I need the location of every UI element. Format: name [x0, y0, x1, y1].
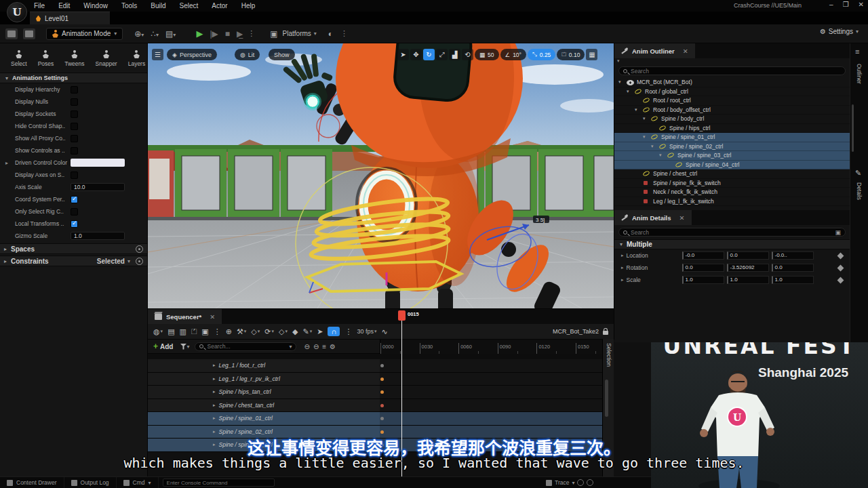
panel-list-icon[interactable]: ≡ [855, 47, 859, 56]
snap-magnet-toggle[interactable]: ∩ [328, 327, 340, 336]
menu-item[interactable]: Help [241, 2, 256, 9]
setting-checkbox[interactable]: ✓ [71, 86, 78, 94]
menu-item[interactable]: Select [180, 2, 199, 9]
expand-arrow-icon[interactable]: ▸ [621, 277, 624, 283]
details-search-input[interactable] [631, 229, 831, 236]
setting-checkbox[interactable]: ✓ [71, 171, 78, 179]
snap-kebab-icon[interactable]: ⋮ [344, 327, 352, 336]
unreal-logo-icon[interactable]: U [7, 2, 27, 22]
frame-skip-button[interactable]: |▶ [208, 29, 220, 39]
stop-button[interactable]: ■ [223, 29, 232, 39]
render-movie-icon[interactable]: ▣ [201, 327, 208, 336]
add-keyframe-icon[interactable]: ◆ [292, 327, 298, 336]
console-command-input[interactable] [163, 479, 275, 487]
value-input[interactable]: 10.0 [71, 183, 125, 191]
toolbar-kebab-icon[interactable]: ⋮ [340, 29, 349, 38]
expander-arrow-icon[interactable]: ▾ [651, 144, 656, 149]
scrollbar[interactable] [852, 104, 854, 152]
keyframe-dot[interactable] [380, 390, 384, 394]
expand-arrow-icon[interactable]: ▸ [621, 265, 624, 270]
sequencer-track-row[interactable]: ▸ Spine / spine_01_ctrl [148, 412, 614, 426]
track-timeline[interactable] [380, 373, 614, 386]
close-icon[interactable]: ✕ [683, 47, 688, 55]
device-output-icon[interactable]: ◐ [326, 29, 335, 39]
y-value-field[interactable]: 0.0 [727, 251, 769, 260]
outliner-search-input[interactable] [631, 68, 841, 75]
menu-item[interactable]: File [34, 2, 45, 9]
anim-details-tab[interactable]: Anim Details ✕ [614, 210, 692, 225]
edit-pen-icon[interactable]: ✎▾ [303, 327, 313, 336]
settings-dropdown[interactable]: ⚙ Settings ▾ [820, 28, 859, 35]
outliner-tree-item[interactable]: ▾ Spine / spine_fk_ik_switch [614, 179, 850, 188]
outliner-search[interactable] [618, 66, 846, 75]
add-actor-icon[interactable]: ⊕▾ [132, 29, 146, 39]
play-options-kebab-icon[interactable]: ⋮ [248, 29, 256, 38]
browse-sequence-icon[interactable]: ▥ [180, 327, 186, 336]
close-button[interactable]: ✕ [859, 1, 864, 8]
close-icon[interactable]: ✕ [679, 214, 685, 222]
color-swatch[interactable] [71, 159, 125, 167]
details-options-icon[interactable]: ▣ [835, 229, 841, 236]
details-side-tab[interactable]: Details [856, 182, 863, 200]
lit-dropdown[interactable]: ◍ Lit [235, 49, 260, 60]
expand-tracks-icon[interactable]: ⊖ [304, 343, 309, 350]
expander-arrow-icon[interactable]: ▾ [643, 134, 648, 140]
outliner-tree-item[interactable]: ▾ Spine / spine_04_ctrl [614, 161, 850, 170]
world-options-icon[interactable]: ◍▾ [153, 327, 163, 336]
y-value-field[interactable]: 1.0 [727, 276, 769, 284]
outliner-tree-item[interactable]: ▾ Neck / neck_fk_ik_switch [614, 188, 850, 197]
sequencer-track-row[interactable]: ▸ Spine / hips_tan_ctrl [148, 386, 614, 399]
show-dropdown[interactable]: Show [269, 49, 295, 60]
track-timeline[interactable] [380, 412, 614, 425]
setting-checkbox[interactable]: ✓ [71, 123, 78, 130]
move-tool-icon[interactable]: ✥ [410, 49, 422, 60]
chevron-down-icon[interactable]: ▾ [186, 344, 189, 350]
content-drawer-button[interactable]: Content Drawer [0, 477, 64, 488]
outliner-tree-item[interactable]: ▾ Leg / leg_l_fk_ik_switch [614, 197, 850, 207]
minimize-button[interactable]: – [829, 1, 833, 8]
add-track-button[interactable]: + Add [153, 342, 173, 351]
editor-mode-dropdown[interactable]: Animation Mode ▾ [46, 28, 123, 40]
setting-checkbox[interactable]: ✓ [71, 135, 78, 142]
browse-content-icon[interactable] [23, 28, 35, 39]
expand-arrow-icon[interactable]: ▸ [213, 389, 216, 394]
outliner-tree-item[interactable]: ▾ Spine / spine_02_ctrl [614, 142, 850, 152]
expander-arrow-icon[interactable]: ▾ [643, 116, 648, 121]
menu-item[interactable]: Tools [121, 2, 137, 9]
keyframe-diamond-icon[interactable] [837, 264, 844, 271]
maximize-button[interactable]: ❐ [843, 1, 849, 8]
track-search[interactable]: ▾ [195, 342, 296, 351]
expand-arrow-icon[interactable]: ▸ [213, 429, 216, 434]
expand-arrow-icon[interactable]: ▸ [213, 363, 216, 368]
status-circle-icon[interactable] [577, 479, 584, 486]
trace-dropdown[interactable]: Trace ▾ [546, 479, 593, 486]
perspective-dropdown[interactable]: ◈ Perspective [167, 49, 217, 60]
setting-checkbox[interactable]: ✓ [71, 147, 78, 155]
expander-arrow-icon[interactable]: ▾ [627, 89, 632, 94]
tool-tab[interactable]: Tweens [64, 50, 84, 67]
keyframe-diamond-icon[interactable] [837, 252, 844, 259]
output-log-button[interactable]: Output Log [64, 477, 117, 488]
tool-tab[interactable]: Snapper [96, 50, 117, 67]
lock-icon[interactable] [603, 331, 608, 335]
outliner-tree-item[interactable]: ▾ Spine / body_ctrl [614, 115, 850, 124]
value-input[interactable]: 1.0 [71, 232, 125, 240]
outliner-tree-item[interactable]: ▾ MCR_Bot (MCR_Bot) [614, 78, 850, 87]
outliner-tree-item[interactable]: ▾ Spine / spine_03_ctrl [614, 151, 850, 161]
track-timeline[interactable] [380, 399, 614, 412]
key-all-icon[interactable]: ◇▾ [279, 327, 288, 336]
surface-snap-icon[interactable]: ▟ [449, 49, 460, 60]
add-track-actor-icon[interactable]: ⊕ [226, 327, 232, 336]
anim-outliner-tab[interactable]: Anim Outliner ✕ [614, 43, 695, 58]
menu-item[interactable]: Edit [58, 2, 70, 9]
track-search-input[interactable] [207, 343, 285, 350]
outliner-tree-item[interactable]: ▾ Spine / chest_ctrl [614, 169, 850, 179]
sequencer-track-row[interactable]: ▸ Leg_1 / foot_r_ctrl [148, 359, 614, 373]
rotate-tool-icon[interactable]: ↻ [423, 49, 435, 60]
timeline-ruler[interactable]: 000000300060009001200150 [380, 340, 614, 354]
expander-arrow-icon[interactable]: ▾ [659, 152, 665, 158]
spaces-options-icon[interactable] [136, 245, 143, 253]
grid-snap-toggle[interactable]: ▦50 [475, 49, 499, 60]
x-value-field[interactable]: 1.0 [682, 276, 724, 284]
track-gear-icon[interactable]: ⚙ [330, 343, 336, 350]
